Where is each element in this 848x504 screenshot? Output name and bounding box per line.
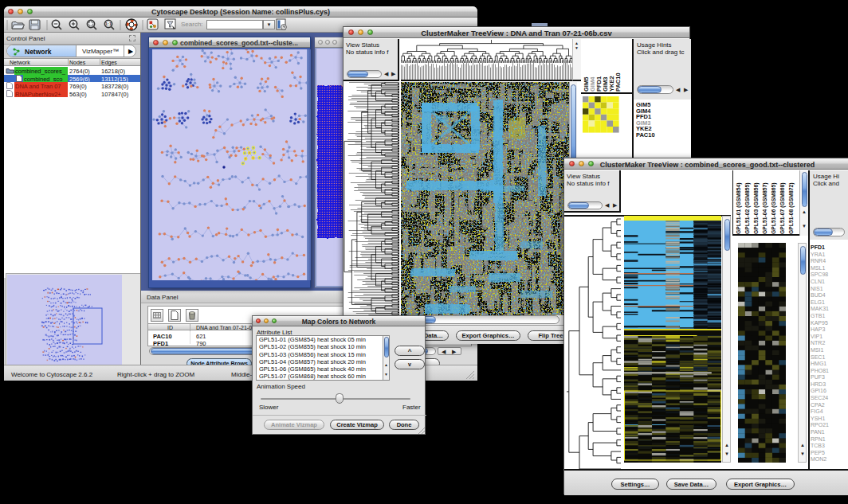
svg-text:GPL51-07 (GSM868): GPL51-07 (GSM868) xyxy=(779,182,786,234)
svg-text:GPL51-02 (GSM855): GPL51-02 (GSM855) xyxy=(744,182,751,234)
svg-text:PAC10: PAC10 xyxy=(614,72,622,92)
svg-text:1:1: 1:1 xyxy=(105,21,112,26)
svg-text:GPL51-01 (GSM854): GPL51-01 (GSM854) xyxy=(736,182,742,234)
svg-text:GPL51-06 (GSM865): GPL51-06 (GSM865) xyxy=(771,182,777,234)
svg-text:GPL51-04 (GSM857): GPL51-04 (GSM857) xyxy=(762,182,768,234)
svg-text:GPL51-08 (GSM872): GPL51-08 (GSM872) xyxy=(788,182,795,234)
svg-text:GPL51-03 (GSM856): GPL51-03 (GSM856) xyxy=(753,182,760,234)
